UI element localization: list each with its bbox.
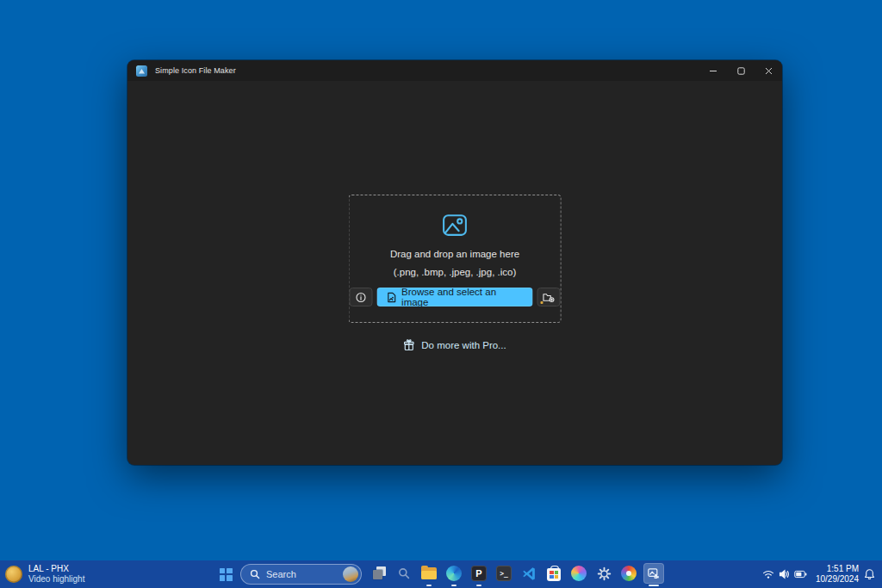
maximize-icon[interactable] (727, 60, 755, 81)
gift-icon (403, 339, 414, 351)
microsoft-store-icon (547, 568, 561, 581)
search-app-button[interactable] (394, 562, 414, 586)
widget-subtitle: Video highlight (28, 574, 84, 585)
bing-daily-image-thumbnail[interactable] (343, 566, 358, 582)
image-placeholder-icon (441, 211, 469, 239)
search-input[interactable] (266, 569, 340, 579)
running-indicator (426, 585, 432, 586)
info-button[interactable] (350, 288, 373, 306)
edge-icon (446, 566, 462, 581)
image-drop-zone[interactable]: Drag and drop an image here (.png, .bmp,… (349, 195, 562, 323)
volume-icon (779, 569, 790, 579)
p-app-icon: P (471, 566, 487, 581)
app-icon (136, 65, 147, 77)
settings-button[interactable] (593, 562, 614, 586)
browse-button-label: Browse and select an image (401, 287, 524, 307)
pro-link-label: Do more with Pro... (421, 340, 506, 350)
system-tray: 1:51 PM 10/29/2024 (762, 560, 882, 588)
pro-upgrade-link[interactable]: Do more with Pro... (403, 339, 506, 351)
dropzone-heading: Drag and drop an image here (390, 249, 519, 259)
taskbar-pinned-apps: P >_ (369, 562, 664, 586)
close-icon[interactable] (755, 60, 782, 81)
lakers-logo-icon (5, 566, 22, 583)
badge-dot (541, 301, 543, 304)
widgets-button[interactable]: LAL - PHX Video highlight (5, 563, 84, 585)
start-button[interactable] (216, 565, 235, 584)
copilot-icon (571, 566, 587, 581)
dropzone-buttons: Browse and select an image (350, 288, 561, 306)
tray-status-icons[interactable] (762, 569, 807, 579)
search-icon (250, 569, 260, 579)
browse-button[interactable]: Browse and select an image (376, 288, 533, 306)
search-app-icon (398, 567, 410, 579)
vscode-button[interactable] (519, 562, 539, 586)
task-view-button[interactable] (369, 562, 389, 586)
battery-icon (794, 570, 807, 579)
p-app-button[interactable]: P (469, 562, 489, 586)
app-window: Simple Icon File Maker Drag and drop an … (127, 60, 782, 465)
desktop: { "app_window": { "title": "Simple Icon … (0, 0, 882, 588)
paint-icon (621, 566, 637, 581)
file-explorer-button[interactable] (419, 562, 439, 586)
copilot-button[interactable] (568, 562, 589, 586)
running-indicator (451, 585, 457, 586)
running-indicator (476, 585, 481, 586)
taskbar: LAL - PHX Video highlight (0, 560, 882, 588)
paint-button[interactable] (618, 562, 639, 586)
window-controls (699, 60, 782, 81)
settings-gear-icon (597, 566, 612, 581)
window-title: Simple Icon File Maker (155, 66, 236, 75)
vscode-icon (522, 566, 537, 581)
widget-title: LAL - PHX (28, 564, 84, 574)
image-file-icon (386, 292, 396, 303)
notification-bell-icon[interactable] (864, 568, 875, 580)
info-icon (355, 292, 366, 303)
edge-button[interactable] (444, 562, 464, 586)
taskbar-search[interactable] (240, 564, 362, 585)
terminal-icon: >_ (496, 566, 512, 581)
tray-date: 10/29/2024 (816, 574, 859, 585)
titlebar[interactable]: Simple Icon File Maker (127, 60, 782, 81)
file-explorer-icon (421, 567, 437, 579)
clock[interactable]: 1:51 PM 10/29/2024 (816, 564, 859, 585)
open-folder-button[interactable] (537, 288, 561, 306)
wifi-icon (762, 569, 774, 579)
terminal-button[interactable]: >_ (494, 562, 514, 586)
task-view-icon (369, 563, 389, 584)
simple-icon-file-maker-button[interactable] (643, 562, 664, 586)
windows-start-icon (220, 568, 233, 581)
microsoft-store-button[interactable] (543, 562, 564, 586)
folder-open-gear-icon (543, 292, 556, 303)
tray-time: 1:51 PM (816, 564, 859, 574)
minimize-icon[interactable] (699, 60, 727, 81)
simple-icon-file-maker-icon (647, 566, 661, 580)
active-app-indicator (649, 585, 659, 586)
dropzone-formats: (.png, .bmp, .jpeg, .jpg, .ico) (394, 267, 517, 277)
